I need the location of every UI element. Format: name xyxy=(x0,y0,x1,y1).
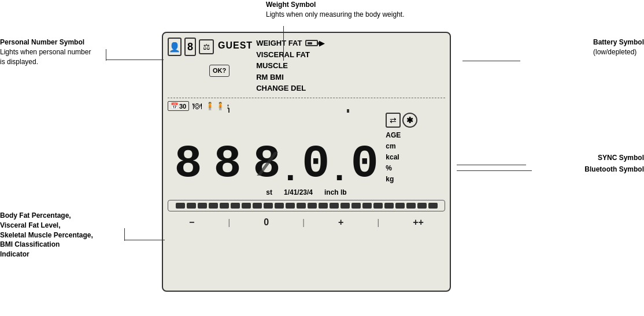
minus-button[interactable]: − xyxy=(189,217,194,228)
scale-icon: ⚖ xyxy=(199,39,214,54)
seg-block xyxy=(340,203,350,209)
unit-age: AGE xyxy=(386,130,417,141)
figure-icons: 🧍 🧍 ↕ xyxy=(205,102,230,110)
muscle-row: MUSCLE OK? xyxy=(256,60,445,72)
sync-bt-icons: ⇄ ✱ xyxy=(386,113,417,128)
battery-line xyxy=(462,61,520,61)
seg-block xyxy=(395,203,405,209)
seg-block xyxy=(330,203,339,209)
seg-block xyxy=(220,203,229,209)
digits-wrapper: 8 8 8 / . 0 . 0 xyxy=(168,141,383,187)
bt-line xyxy=(457,170,532,171)
seg-dot-1: . xyxy=(286,151,295,186)
weight-symbol-line xyxy=(283,26,284,61)
sync-symbol-annotation: SYNC Symbol xyxy=(598,153,644,163)
seg-block xyxy=(308,203,317,209)
body-fat-line1: Body Fat Percentage, xyxy=(0,211,71,220)
seg-block xyxy=(198,203,207,209)
calendar-icon: 📅 30 xyxy=(168,101,189,111)
seg-block xyxy=(275,203,284,209)
unit-kcal: kcal xyxy=(386,152,417,163)
ok-box: OK? xyxy=(209,65,230,77)
right-side-panel: ⇄ ✱ AGE cm kcal % kg xyxy=(386,113,417,188)
sync-icon: ⇄ xyxy=(386,113,401,128)
battery-icon: ▶ xyxy=(305,38,324,49)
display-panel: 👤 8 ⚖ GUEST WEIGHT FAT xyxy=(162,32,451,292)
zero-button[interactable]: 0 xyxy=(264,217,269,228)
weight-symbol-title: Weight Symbol xyxy=(266,1,316,9)
personal-number-line xyxy=(106,60,164,60)
muscle-label: MUSCLE xyxy=(256,60,288,72)
body-fat-line xyxy=(124,240,165,240)
seg-block xyxy=(253,203,262,209)
change-del-label: CHANGE DEL xyxy=(256,83,445,94)
rmbmi-label: RM BMI xyxy=(256,72,445,83)
seg-block xyxy=(176,203,185,209)
row-weight-fat: WEIGHT FAT ▶ xyxy=(256,38,445,49)
guest-label: GUEST xyxy=(218,40,253,51)
seg-block xyxy=(297,203,306,209)
body-fat-line2: Visceral Fat Level, xyxy=(0,221,61,229)
seg-block xyxy=(417,203,427,209)
weight-fat-label: WEIGHT FAT xyxy=(256,38,302,49)
calendar-row: 📅 30 🍽 🧍 🧍 ↕ xyxy=(168,98,445,111)
visceral-fat-label: VISCERAL FAT xyxy=(256,49,445,61)
number-display-icon: 8 xyxy=(184,38,196,56)
seg-block xyxy=(362,203,372,209)
body-fat-line5: Indicator xyxy=(0,250,29,258)
seg-block xyxy=(264,203,273,209)
seg-block xyxy=(351,203,361,209)
weight-symbol-annotation: Weight Symbol Lights when only measuring… xyxy=(266,0,404,20)
person-icon: 👤 xyxy=(168,38,182,56)
seg-block xyxy=(242,203,251,209)
display-top-section: 👤 8 ⚖ GUEST WEIGHT FAT xyxy=(168,38,445,94)
control-buttons: − | 0 | + | ++ xyxy=(168,214,445,230)
arrow-right-icon: ▶ xyxy=(319,38,324,49)
bluetooth-symbol-annotation: Bluetooth Symbol xyxy=(584,165,644,174)
seg-digit-1: 8 xyxy=(168,141,207,187)
calendar-day: 30 xyxy=(179,103,186,110)
seg-block xyxy=(373,203,383,209)
seg-block xyxy=(406,203,416,209)
body-fat-annotation: Body Fat Percentage, Visceral Fat Level,… xyxy=(0,211,93,259)
right-labels: WEIGHT FAT ▶ VISCERAL FAT MUSCLE OK? xyxy=(256,38,445,94)
personal-number-title: Personal Number Symbol xyxy=(0,38,84,46)
big-digits-section: 8 8 8 / . 0 . 0 ⇄ ✱ AGE xyxy=(168,113,445,188)
unit-kg: kg xyxy=(386,174,417,185)
battery-symbol-title: Battery Symbol xyxy=(593,38,644,46)
top-left-icons: 👤 8 ⚖ GUEST xyxy=(168,38,253,56)
personal-number-annotation: Personal Number Symbol Lights when perso… xyxy=(0,38,91,66)
seg-digit-2: 8 xyxy=(207,141,246,187)
segment-bar xyxy=(168,200,445,211)
personal-number-line-v xyxy=(106,49,106,61)
weight-symbol-desc: Lights when only measuring the body weig… xyxy=(266,10,404,18)
unit-labels: AGE cm kcal % kg xyxy=(386,130,417,185)
battery-symbol-annotation: Battery Symbol (low/depleted) xyxy=(593,38,644,57)
seg-block xyxy=(286,203,295,209)
seg-block xyxy=(209,203,218,209)
seg-block xyxy=(319,203,328,209)
meal-icon: 🍽 xyxy=(193,101,202,111)
unit-percent: % xyxy=(386,163,417,174)
tick-mark-1 xyxy=(228,108,230,113)
seg-block xyxy=(187,203,196,209)
sync-line xyxy=(457,165,526,165)
plus-plus-button[interactable]: ++ xyxy=(413,217,424,228)
personal-number-desc1: Lights when personal number xyxy=(0,48,91,56)
seg-digit-4: 0 xyxy=(295,141,335,187)
sync-symbol-title: SYNC Symbol xyxy=(598,154,644,162)
seg-dot-2: . xyxy=(335,151,345,186)
body-fat-line3: Skeletal Muscle Percentage, xyxy=(0,231,93,239)
bluetooth-symbol-title: Bluetooth Symbol xyxy=(584,165,644,173)
personal-number-desc2: is displayed. xyxy=(0,58,38,66)
plus-button[interactable]: + xyxy=(338,217,343,228)
unit-cm: cm xyxy=(386,141,417,152)
seg-block xyxy=(384,203,394,209)
seg-digit-5: 0 xyxy=(344,141,383,187)
seg-digit-3: 8 / xyxy=(246,141,286,187)
bluetooth-icon: ✱ xyxy=(402,113,417,128)
seg-block xyxy=(231,203,240,209)
seg-block xyxy=(428,203,438,209)
body-fat-line-v xyxy=(124,228,125,241)
body-fat-line4: BMI Classification xyxy=(0,240,60,248)
